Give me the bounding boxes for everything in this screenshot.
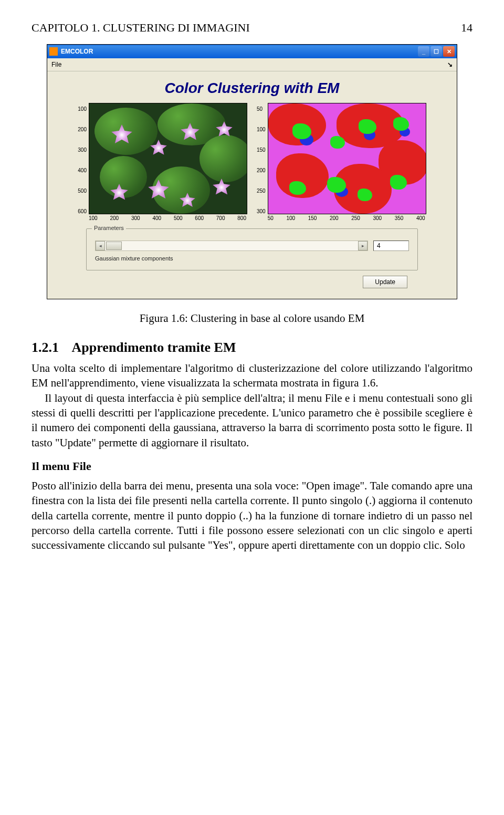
app-screenshot: EMCOLOR _ ☐ ✕ File ↘ Color Clustering wi…: [47, 44, 457, 299]
slider-thumb[interactable]: [106, 242, 122, 250]
running-header: CAPITOLO 1. CLUSTERING DI IMMAGINI 14: [32, 21, 472, 35]
window-titlebar: EMCOLOR _ ☐ ✕: [47, 45, 457, 58]
paragraph-3: Posto all'inizio della barra dei menu, p…: [32, 478, 472, 553]
parameters-panel: Parameters ◂ ▸ 4 Gaussian mixture compon…: [86, 228, 418, 270]
components-label: Gaussian mixture components: [95, 255, 409, 262]
paragraph-2: Il layout di questa interfaccia è più se…: [32, 391, 472, 450]
minimize-button[interactable]: _: [418, 46, 429, 57]
components-slider[interactable]: ◂ ▸: [95, 241, 368, 251]
app-title: Color Clustering with EM: [55, 80, 449, 97]
close-button[interactable]: ✕: [443, 46, 455, 57]
section-number: 1.2.1: [32, 340, 59, 355]
plot1-xaxis: 100200 300400 500600 700800: [89, 214, 246, 221]
slider-left-arrow[interactable]: ◂: [96, 241, 105, 250]
restore-icon[interactable]: ↘: [447, 61, 453, 68]
plot2-xaxis: 50100 150200 250300 350400: [268, 214, 425, 221]
plot2-yaxis: 50100 150200 250300: [257, 103, 268, 214]
section-title: Apprendimento tramite EM: [72, 340, 236, 355]
figure-caption: Figura 1.6: Clustering in base al colore…: [32, 312, 472, 325]
plot1-yaxis: 100200 300400 500600: [78, 103, 89, 214]
window-title: EMCOLOR: [61, 48, 93, 55]
page-number: 14: [461, 21, 472, 35]
maximize-button[interactable]: ☐: [430, 46, 442, 57]
parameters-legend: Parameters: [92, 225, 126, 231]
chapter-label: CAPITOLO 1. CLUSTERING DI IMMAGINI: [32, 21, 250, 35]
original-image-plot: 100200 300400 500600: [78, 103, 247, 221]
file-menu[interactable]: File: [51, 61, 61, 68]
menu-bar: File ↘: [47, 58, 457, 71]
clustered-image-plot: 50100 150200 250300: [257, 103, 426, 221]
subsection-heading: Il menu File: [32, 459, 472, 473]
slider-right-arrow[interactable]: ▸: [358, 241, 368, 250]
matlab-icon: [49, 47, 58, 56]
plot2-canvas: [268, 103, 426, 214]
section-heading: 1.2.1 Apprendimento tramite EM: [32, 340, 472, 356]
paragraph-1: Una volta scelto di implementare l'algor…: [32, 361, 472, 391]
plot1-canvas: [89, 103, 247, 214]
components-value[interactable]: 4: [373, 241, 409, 251]
update-button[interactable]: Update: [363, 276, 407, 288]
